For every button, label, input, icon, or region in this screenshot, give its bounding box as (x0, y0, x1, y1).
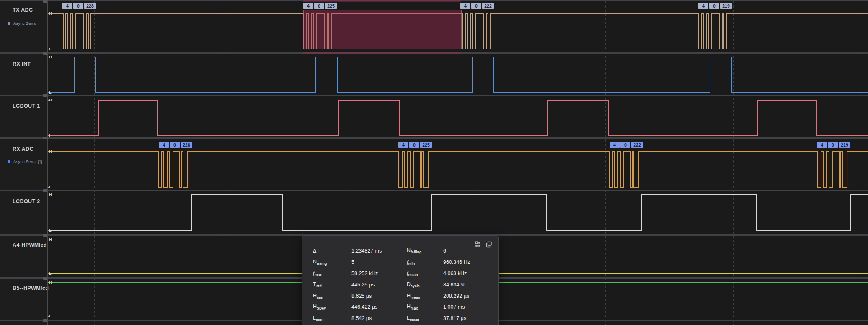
measurement-label-base: N (407, 248, 411, 253)
measurement-value: 446.422 µs (351, 304, 407, 310)
measurement-value: 4.063 kHz (443, 271, 494, 276)
measurement-label-base: D (407, 281, 411, 287)
measurement-label-base: L (313, 315, 316, 321)
analyzer-label: Async Serial (13, 21, 36, 26)
measurement-label: Lmin (313, 315, 351, 322)
measurement-label: Hmean (407, 293, 443, 299)
measurement-label-subscript: rising (317, 261, 327, 266)
decoded-byte-annotation: 4 (303, 3, 313, 9)
decoded-byte-annotation: 4 (698, 3, 708, 9)
measurement-label-subscript: std (316, 284, 322, 288)
analyzer-label: Async Serial [1] (13, 159, 42, 164)
measurement-value: 37.817 µs (443, 315, 494, 321)
measurement-label-base: H (313, 293, 317, 299)
measurement-label: Nrising (313, 259, 351, 266)
measurement-label-base: H (407, 293, 411, 299)
measurement-label-subscript: cycle (411, 284, 420, 288)
decoded-byte-annotation: 219 (720, 3, 732, 9)
channel-label-tx-adc[interactable]: TX ADC (13, 7, 33, 13)
channel-label-rx-int[interactable]: RX INT (13, 61, 31, 67)
measurement-label-subscript: mean (408, 273, 418, 277)
measurement-label: Tstd (313, 281, 351, 288)
channel-label-rx-adc[interactable]: RX ADC (13, 146, 34, 152)
decoded-byte-annotation: 0 (170, 142, 180, 148)
time-selection-region[interactable] (303, 10, 462, 49)
analyzer-tag-rx-adc[interactable]: Async Serial [1] (8, 159, 42, 164)
channel-label-b5-hpwmlcd[interactable]: B5--HPWMlcd (13, 285, 49, 291)
measurement-panel: ΔT1.234827 msNfalling6Nrising5fmin960.34… (302, 235, 499, 325)
decoded-byte-annotation: 0 (828, 142, 838, 148)
measurement-label: Hmin (313, 293, 351, 299)
waveform-lcdout-1[interactable] (47, 96, 868, 137)
decoded-byte-annotation: 225 (325, 3, 337, 9)
decoded-byte-annotation: 228 (84, 3, 96, 9)
measurement-label: Dcycle (407, 281, 443, 288)
measurement-label-subscript: max (411, 306, 418, 310)
measurement-label-base: ΔT (313, 248, 320, 254)
measurement-value: 208.292 µs (443, 293, 494, 299)
measurement-value: 1.007 ms (443, 304, 494, 310)
analyzer-tag-tx-adc[interactable]: Async Serial (8, 21, 36, 26)
decoded-byte-annotation: 0 (709, 3, 719, 9)
measurement-value: 960.346 Hz (443, 259, 494, 265)
measurement-label: fmax (313, 270, 351, 277)
measurement-label-base: L (407, 315, 410, 321)
logic-analyzer-capture-view: TX ADCAsync SerialHL40228402254022240219… (0, 0, 868, 325)
decoded-byte-annotation: 4 (62, 3, 72, 9)
decoded-byte-annotation: 4 (159, 142, 169, 148)
channel-label-lcdout-1[interactable]: LCDOUT 1 (13, 103, 40, 109)
measurement-label: Nfalling (407, 248, 443, 254)
time-selection-spill (303, 0, 461, 2)
measurement-label-subscript: max (315, 273, 322, 277)
measurement-value: 445.25 µs (351, 282, 407, 288)
measurement-value: 1.234827 ms (351, 248, 407, 254)
decoded-byte-annotation: 4 (460, 3, 470, 9)
measurement-label-base: N (313, 259, 317, 265)
measurement-label-subscript: falling (411, 250, 421, 254)
decoded-byte-annotation: 222 (482, 3, 494, 9)
measurement-label-base: T (313, 281, 316, 287)
measurement-value: 58.252 kHz (351, 271, 407, 276)
measurement-label-subscript: min (317, 295, 323, 299)
analyzer-color-swatch (8, 160, 10, 163)
measurement-label-subscript: mean (411, 295, 420, 299)
measurement-label-subscript: SDev (317, 306, 326, 310)
measurement-label: fmean (407, 270, 443, 277)
measurement-label: fmin (407, 259, 443, 266)
decoded-byte-annotation: 4 (398, 142, 408, 148)
decoded-byte-annotation: 4 (610, 142, 620, 148)
waveform-lcdout-2[interactable] (47, 191, 868, 234)
label-waveform-divider[interactable] (47, 0, 48, 325)
time-selection-spill (303, 52, 461, 54)
measurement-label: Lmean (407, 315, 443, 322)
waveform-rx-int[interactable] (47, 54, 868, 95)
decoded-byte-annotation: 0 (314, 3, 324, 9)
decoded-byte-annotation: 0 (409, 142, 419, 148)
decoded-byte-annotation: 222 (631, 142, 643, 148)
measurement-value: 6 (443, 248, 494, 254)
measurement-label: ΔT (313, 248, 351, 254)
measurement-label-subscript: mean (410, 317, 419, 322)
decoded-byte-annotation: 219 (839, 142, 850, 148)
channel-label-a4-hpwmled[interactable]: A4-HPWMled (13, 242, 47, 248)
decoded-byte-annotation: 0 (471, 3, 481, 9)
measurement-value: 84.634 % (443, 282, 494, 288)
decoded-byte-annotation: 228 (181, 142, 192, 148)
measurement-label-subscript: min (408, 262, 415, 266)
decoded-byte-annotation: 0 (620, 142, 630, 148)
measurement-grid: ΔT1.234827 msNfalling6Nrising5fmin960.34… (313, 245, 494, 325)
analyzer-color-swatch (8, 22, 10, 25)
decoded-byte-annotation: 0 (73, 3, 83, 9)
measurement-label: HSDev (313, 304, 351, 310)
measurement-label-base: H (313, 304, 317, 310)
decoded-byte-annotation: 225 (420, 142, 432, 148)
measurement-label-base: H (407, 304, 411, 310)
measurement-label-subscript: min (316, 317, 323, 322)
decoded-byte-annotation: 4 (817, 142, 827, 148)
measurement-value: 5 (351, 259, 407, 265)
measurement-label: Hmax (407, 304, 443, 310)
channel-label-lcdout-2[interactable]: LCDOUT 2 (13, 199, 40, 204)
measurement-value: 8.542 µs (351, 315, 407, 321)
measurement-value: 8.625 µs (351, 293, 407, 299)
